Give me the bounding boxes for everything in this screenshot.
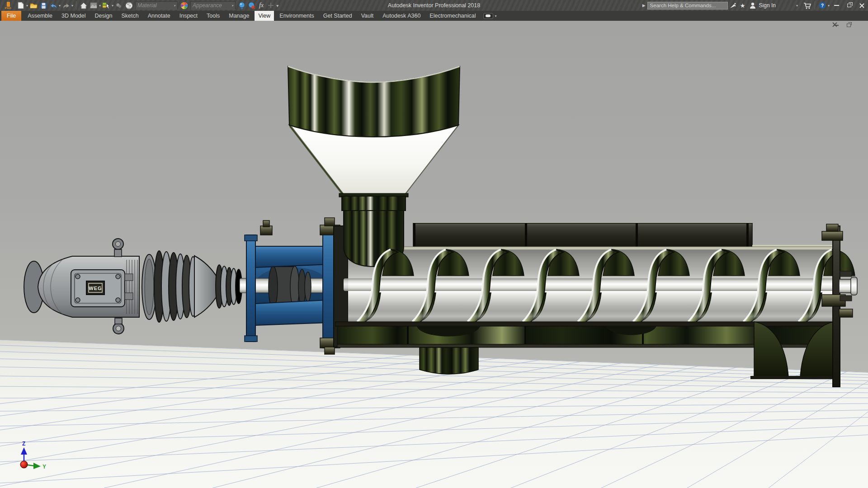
render-icon[interactable] xyxy=(89,1,98,10)
motor-brand-label: WEG xyxy=(89,286,102,291)
material-combo-caret: ▾ xyxy=(174,4,175,8)
drive-housing xyxy=(240,218,340,354)
axis-origin xyxy=(20,461,28,468)
screw-conveyor-assembly[interactable]: WEG xyxy=(24,66,857,387)
undo-caret[interactable]: ▾ xyxy=(59,4,61,8)
doc-close-icon[interactable] xyxy=(857,22,865,28)
help-caret[interactable]: ▾ xyxy=(828,4,830,8)
color-wheel-icon[interactable] xyxy=(179,1,189,10)
electric-motor: WEG xyxy=(24,239,156,334)
coupling-stack xyxy=(154,251,242,322)
close-button[interactable] xyxy=(855,0,868,10)
qat-customize-caret[interactable]: ▾ xyxy=(276,3,278,8)
quick-access-toolbar: PRO ▾ ▾ ▾ ▾ ▾ xyxy=(0,0,279,11)
ribbon-tabbar: File Assemble 3D Model Design Sketch Ann… xyxy=(0,11,868,21)
tab-3d-model[interactable]: 3D Model xyxy=(58,11,90,21)
sign-in-person-icon[interactable] xyxy=(748,0,758,10)
appearance-combo-caret: ▾ xyxy=(231,4,233,8)
restore-button[interactable] xyxy=(843,0,855,10)
hopper xyxy=(288,66,460,196)
appearance-combo-value: Appearance xyxy=(193,2,222,9)
redo-caret[interactable]: ▾ xyxy=(71,4,73,8)
restore-icon xyxy=(847,4,851,7)
render-caret[interactable]: ▾ xyxy=(99,4,101,8)
titlebar-right-cluster: ▶ ★ Sign In ▾ ? ▾ xyxy=(642,0,868,11)
3d-scene[interactable]: WEG xyxy=(0,21,868,488)
help-icon[interactable]: ? xyxy=(817,0,827,10)
tab-design[interactable]: Design xyxy=(91,11,116,21)
model-viewport[interactable]: WEG xyxy=(0,21,868,488)
tab-view[interactable]: View xyxy=(255,11,274,21)
trough-back-wall xyxy=(413,223,752,249)
tab-file[interactable]: File xyxy=(1,11,21,21)
measure-disabled-icon xyxy=(266,1,275,10)
constraint-icon[interactable] xyxy=(114,1,123,10)
document-window-controls xyxy=(832,22,865,28)
toolbar-separator xyxy=(76,1,76,9)
doc-restore-icon[interactable] xyxy=(844,22,853,28)
tab-electromechanical[interactable]: Electromechanical xyxy=(426,11,479,21)
ribbon-display-toggle[interactable]: ▾ xyxy=(483,11,497,21)
close-icon xyxy=(859,3,864,8)
ribbon-toggle-caret: ▾ xyxy=(495,14,497,18)
search-input[interactable] xyxy=(647,2,728,9)
sign-in-caret[interactable]: ▾ xyxy=(796,4,798,8)
tab-sketch[interactable]: Sketch xyxy=(118,11,142,21)
open-folder-icon[interactable] xyxy=(29,1,38,10)
tab-assemble[interactable]: Assemble xyxy=(24,11,56,21)
search-expand-icon[interactable]: ▶ xyxy=(642,3,646,8)
material-combo-value: Material xyxy=(137,2,157,9)
tab-tools[interactable]: Tools xyxy=(203,11,223,21)
shaft-end-cap xyxy=(851,277,857,295)
cart-icon[interactable] xyxy=(802,0,812,10)
tab-inspect[interactable]: Inspect xyxy=(176,11,201,21)
support-leg-left xyxy=(420,347,478,374)
selection-icon[interactable] xyxy=(102,1,111,10)
favorites-star-icon[interactable]: ★ xyxy=(738,0,748,10)
selection-caret[interactable]: ▾ xyxy=(112,4,113,8)
undo-icon[interactable] xyxy=(49,1,58,10)
save-icon[interactable] xyxy=(39,1,48,10)
inventor-logo-edition: PRO xyxy=(5,7,12,9)
adjust-appearance-icon[interactable] xyxy=(237,1,246,10)
axis-y-label: Y xyxy=(42,464,46,470)
inventor-logo[interactable]: PRO xyxy=(2,0,14,11)
minimize-icon xyxy=(834,5,839,6)
inventor-logo-mark xyxy=(7,2,10,7)
new-document-icon[interactable] xyxy=(16,1,25,10)
tab-autodesk-a360[interactable]: Autodesk A360 xyxy=(379,11,424,21)
tab-manage[interactable]: Manage xyxy=(225,11,253,21)
tab-get-started[interactable]: Get Started xyxy=(320,11,356,21)
terminal-box: WEG xyxy=(71,270,133,307)
titlebar-separator xyxy=(815,1,815,9)
parameters-fx-icon[interactable]: fx xyxy=(259,2,264,9)
minimize-button[interactable] xyxy=(830,0,843,10)
tab-vault[interactable]: Vault xyxy=(358,11,377,21)
communication-center-icon[interactable] xyxy=(728,0,738,10)
titlebar: PRO ▾ ▾ ▾ ▾ ▾ xyxy=(0,0,868,11)
ribbon-toggle-icon xyxy=(483,13,493,19)
home-icon[interactable] xyxy=(79,1,88,10)
clear-appearance-icon[interactable] xyxy=(247,1,256,10)
axis-z-label: Z xyxy=(22,441,25,447)
redo-icon[interactable] xyxy=(61,1,71,10)
appearance-combo[interactable]: Appearance ▾ xyxy=(190,1,236,9)
tab-annotate[interactable]: Annotate xyxy=(144,11,174,21)
new-document-caret[interactable]: ▾ xyxy=(26,4,28,8)
tab-environments[interactable]: Environments xyxy=(276,11,317,21)
sign-in-label[interactable]: Sign In xyxy=(759,2,776,9)
material-combo[interactable]: Material ▾ xyxy=(135,1,178,9)
material-globe-icon[interactable] xyxy=(124,1,133,10)
